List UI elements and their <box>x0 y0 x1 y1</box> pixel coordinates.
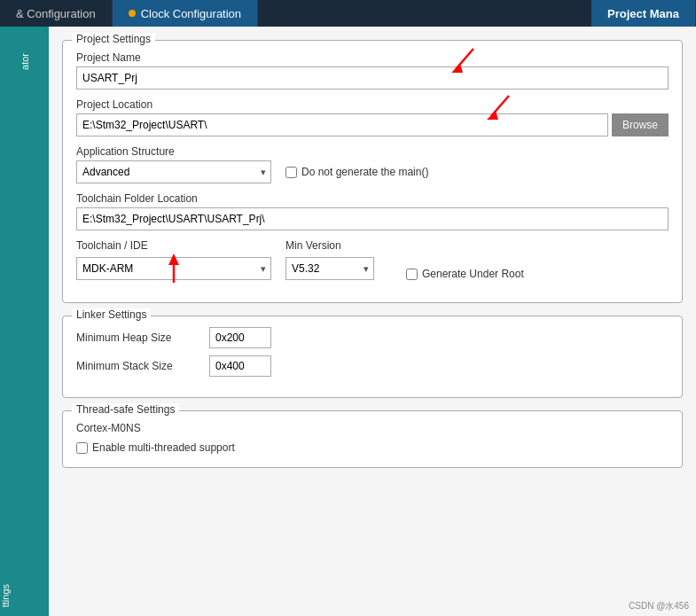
min-stack-row: Minimum Stack Size <box>76 355 669 377</box>
project-location-input[interactable] <box>76 113 608 136</box>
min-heap-input[interactable] <box>209 327 271 348</box>
generate-under-root-label[interactable]: Generate Under Root <box>406 268 524 280</box>
browse-button[interactable]: Browse <box>612 113 669 136</box>
enable-multithreaded-label[interactable]: Enable multi-threaded support <box>76 441 669 454</box>
tab-configuration[interactable]: & Configuration <box>0 0 113 27</box>
main-content: Project Settings Project Name Project Lo… <box>49 27 696 616</box>
thread-safe-section: Thread-safe Settings Cortex-M0NS Enable … <box>62 410 683 468</box>
toolchain-folder-label: Toolchain Folder Location <box>76 192 669 205</box>
project-location-group: Project Location Browse <box>76 98 669 136</box>
tab-clock-label: Clock Configuration <box>141 7 241 20</box>
project-settings-section: Project Settings Project Name Project Lo… <box>62 40 683 303</box>
sidebar-label: ator <box>20 53 30 70</box>
min-version-select[interactable]: V5.32 V5.27 V5.14 <box>285 257 374 280</box>
min-stack-input[interactable] <box>209 355 271 377</box>
tab-configuration-label: & Configuration <box>16 7 96 20</box>
generate-under-root-checkbox[interactable] <box>406 269 418 280</box>
do-not-generate-checkbox[interactable] <box>285 167 297 178</box>
min-heap-row: Minimum Heap Size <box>76 327 669 348</box>
toolchain-folder-group: Toolchain Folder Location <box>76 192 669 230</box>
min-stack-label: Minimum Stack Size <box>76 360 200 372</box>
tab-bar: & Configuration Clock Configuration Proj… <box>0 0 696 27</box>
toolchain-row: Toolchain / IDE MDK-ARM STM32CubeIDE Mak… <box>76 239 669 280</box>
toolchain-ide-select-wrapper: MDK-ARM STM32CubeIDE Makefile <box>76 257 271 280</box>
tab-project-manager[interactable]: Project Mana <box>591 0 696 27</box>
project-location-input-row: Browse <box>76 113 669 136</box>
do-not-generate-checkbox-label[interactable]: Do not generate the main() <box>285 166 428 178</box>
enable-multithreaded-text: Enable multi-threaded support <box>92 441 235 454</box>
tab-dot <box>129 10 136 17</box>
enable-multithreaded-checkbox[interactable] <box>76 442 88 454</box>
layout: ator ttings Project Settings Project Nam… <box>0 27 696 616</box>
linker-settings-legend: Linker Settings <box>72 308 151 321</box>
min-version-select-wrapper: V5.32 V5.27 V5.14 <box>285 257 374 280</box>
tab-project-label: Project Mana <box>607 7 679 20</box>
project-settings-legend: Project Settings <box>72 33 155 45</box>
watermark: CSDN @水456 <box>629 600 689 612</box>
min-version-label: Min Version <box>285 239 374 252</box>
toolchain-folder-input[interactable] <box>76 207 669 230</box>
sidebar: ator ttings <box>0 27 49 616</box>
project-name-group: Project Name <box>76 51 669 90</box>
app-structure-select[interactable]: Advanced Basic <box>76 160 271 183</box>
project-name-input[interactable] <box>76 66 669 90</box>
thread-safe-legend: Thread-safe Settings <box>72 403 179 416</box>
min-heap-label: Minimum Heap Size <box>76 331 200 344</box>
sidebar-bottom-label: ttings <box>0 580 49 607</box>
toolchain-ide-select[interactable]: MDK-ARM STM32CubeIDE Makefile <box>76 257 271 280</box>
app-structure-group: Application Structure Advanced Basic Do … <box>76 145 669 183</box>
app-structure-row: Advanced Basic Do not generate the main(… <box>76 160 669 183</box>
project-location-label: Project Location <box>76 98 669 111</box>
linker-settings-section: Linker Settings Minimum Heap Size Minimu… <box>62 316 683 398</box>
toolchain-ide-group-inner: Toolchain / IDE MDK-ARM STM32CubeIDE Mak… <box>76 239 271 280</box>
generate-under-root-text: Generate Under Root <box>422 268 524 280</box>
min-version-group: Min Version V5.32 V5.27 V5.14 <box>285 239 374 280</box>
app-structure-select-wrapper: Advanced Basic <box>76 160 271 183</box>
cortex-label: Cortex-M0NS <box>76 422 669 434</box>
toolchain-ide-label: Toolchain / IDE <box>76 239 271 252</box>
tab-clock-configuration[interactable]: Clock Configuration <box>113 0 258 27</box>
do-not-generate-label: Do not generate the main() <box>301 166 428 178</box>
project-name-label: Project Name <box>76 51 669 64</box>
toolchain-ide-group: Toolchain / IDE MDK-ARM STM32CubeIDE Mak… <box>76 239 669 280</box>
app-structure-label: Application Structure <box>76 145 669 158</box>
